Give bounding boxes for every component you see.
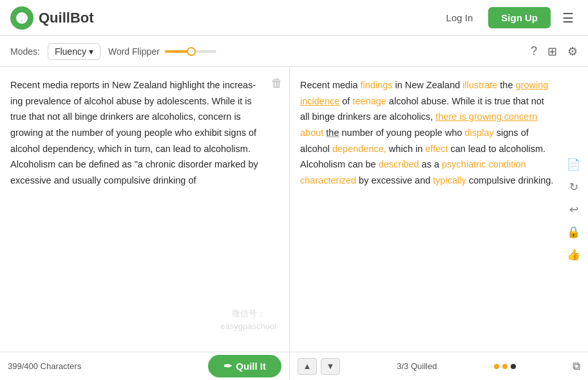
menu-button[interactable]: ☰	[558, 6, 578, 30]
toolbar-right: ? ⊞ ⚙	[531, 44, 578, 59]
toolbar: Modes: Fluency ▾ Word Flipper ? ⊞ ⚙	[0, 36, 588, 67]
word-findings: findings	[361, 80, 393, 90]
logo-area: QuillBot	[10, 6, 94, 30]
undo-button[interactable]: ↩	[567, 200, 581, 219]
fluency-label: Fluency	[55, 46, 86, 57]
quill-button[interactable]: ✒ Quill It	[208, 355, 281, 377]
word-typically: typically	[433, 175, 466, 185]
bottom-right: ▲ ▼ 3/3 Quilled ⧉	[290, 352, 588, 380]
fluency-selector[interactable]: Fluency ▾	[48, 43, 100, 60]
nav-up-button[interactable]: ▲	[298, 358, 317, 375]
word-dependence: dependence,	[332, 144, 386, 154]
slider-thumb[interactable]	[187, 47, 196, 56]
char-count: 399/400 Characters	[8, 361, 81, 371]
header-right: Log In Sign Up ☰	[439, 6, 578, 30]
right-action-icons: 📄 ↻ ↩ 🔒 👍	[564, 155, 583, 264]
word-growing-concern: there is growing concern	[435, 111, 537, 122]
watermark-line2: easygpaschool	[220, 320, 276, 333]
quill-icon: ✒	[223, 360, 232, 372]
main-content: 🗑 Recent media reports in New Zealand hi…	[0, 67, 588, 352]
copy-doc-button[interactable]: 📄	[564, 155, 583, 174]
help-button[interactable]: ?	[531, 44, 537, 59]
dot-1	[494, 364, 499, 369]
app-title: QuillBot	[39, 10, 94, 26]
quill-label: Quill It	[236, 361, 266, 372]
logo-icon	[10, 6, 33, 30]
login-button[interactable]: Log In	[439, 8, 481, 27]
dot-indicator	[494, 364, 516, 369]
dot-3	[511, 364, 516, 369]
word-teenage: teenage	[352, 96, 386, 106]
word-flipper-label: Word Flipper	[108, 46, 160, 57]
thumbsup-button[interactable]: 👍	[564, 245, 583, 264]
bottom-left: 399/400 Characters ✒ Quill It	[0, 352, 290, 380]
output-text-area: Recent media findings in New Zealand ill…	[290, 67, 588, 352]
input-text: Recent media reports in New Zealand high…	[10, 80, 258, 185]
bottom-bar: 399/400 Characters ✒ Quill It ▲ ▼ 3/3 Qu…	[0, 352, 588, 380]
watermark-line1: 微信号：	[220, 307, 276, 320]
left-panel: 🗑 Recent media reports in New Zealand hi…	[0, 67, 290, 352]
output-text: Recent media findings in New Zealand ill…	[300, 80, 553, 185]
watermark: 微信号： easygpaschool	[220, 307, 276, 332]
dot-2	[502, 364, 507, 369]
word-growing-incidence: growing incidence	[300, 80, 548, 106]
word-flipper-area: Word Flipper	[108, 46, 216, 57]
nav-down-button[interactable]: ▼	[321, 358, 340, 375]
word-about: about	[300, 128, 323, 138]
input-text-area[interactable]: 🗑 Recent media reports in New Zealand hi…	[0, 67, 289, 352]
modes-label: Modes:	[10, 46, 40, 57]
signup-button[interactable]: Sign Up	[488, 7, 551, 28]
nav-arrows: ▲ ▼	[298, 358, 340, 375]
delete-icon[interactable]: 🗑	[271, 73, 283, 93]
word-illustrate: illustrate	[462, 80, 497, 90]
copy-output-button[interactable]: ⧉	[573, 360, 580, 373]
grid-button[interactable]: ⊞	[547, 44, 557, 59]
word-flipper-slider[interactable]	[165, 50, 216, 53]
settings-button[interactable]: ⚙	[567, 44, 578, 59]
fluency-dropdown-icon: ▾	[89, 46, 93, 57]
right-panel: Recent media findings in New Zealand ill…	[290, 67, 588, 352]
refresh-button[interactable]: ↻	[567, 178, 581, 196]
lock-button[interactable]: 🔒	[564, 223, 583, 242]
word-effect: effect	[425, 144, 448, 154]
word-display: display	[465, 128, 494, 138]
header: QuillBot Log In Sign Up ☰	[0, 0, 588, 36]
word-described: described	[379, 159, 419, 169]
quilled-status: 3/3 Quilled	[397, 361, 437, 371]
